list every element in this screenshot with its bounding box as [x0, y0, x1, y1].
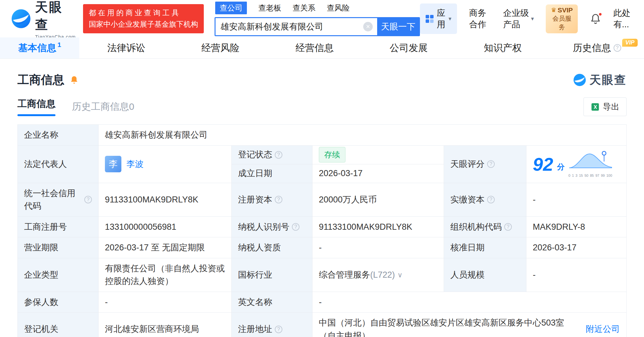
- industry-cell[interactable]: 综合管理服务 (L722) ∨: [312, 258, 444, 292]
- enterprise-products-label: 企业级产品: [503, 7, 529, 30]
- field-label: 天眼评分 ?: [444, 146, 526, 183]
- field-label: 核准日期: [444, 237, 526, 258]
- field-label: 纳税人资质: [232, 237, 312, 258]
- promo-badge: 都在用的商业查询工具 国家中小企业发展子基金旗下机构: [83, 4, 204, 33]
- business-term-value: 2026-03-17 至 无固定期限: [99, 237, 232, 258]
- org-code-label: 组织机构代码: [450, 221, 502, 234]
- field-label: 登记机关: [18, 313, 99, 337]
- logo-title: 天眼查: [35, 0, 76, 33]
- subtabs: 工商信息 历史工商信息0 导出: [17, 97, 627, 116]
- table-row: 统一社会信用代码 ? 91133100MAK9DRLY8K 注册资本 ? 200…: [18, 183, 627, 217]
- field-label: 组织机构代码 ?: [444, 217, 526, 238]
- help-icon[interactable]: ?: [487, 160, 495, 168]
- tab-history-info[interactable]: VIP 历史信息 ?: [550, 37, 644, 58]
- taxpayer-id-label: 纳税人识别号: [238, 221, 289, 234]
- svip-sublabel: 会员服务: [551, 14, 573, 31]
- export-button[interactable]: 导出: [583, 97, 627, 116]
- help-icon[interactable]: ?: [275, 196, 282, 203]
- reg-authority-value: 河北雄安新区营商环境局: [99, 313, 232, 337]
- score-cell: 92 分 01 315 5085 9799 100: [526, 146, 627, 183]
- tab-intellectual-property[interactable]: 知识产权: [456, 37, 550, 58]
- field-label: 注册地址 ?: [232, 313, 312, 337]
- user-menu[interactable]: 此处有...: [613, 7, 634, 30]
- field-label: 国标行业: [232, 258, 312, 292]
- help-icon[interactable]: ?: [487, 196, 495, 203]
- tab-company-development[interactable]: 公司发展: [362, 37, 456, 58]
- score-unit: 分: [557, 161, 565, 173]
- watermark-text: 天眼查: [589, 72, 627, 88]
- approval-date-value: 2026-03-17: [526, 237, 627, 258]
- search-area: 查公司 查老板 查关系 查风险 × 天眼一下: [215, 2, 420, 36]
- tab-basic-info[interactable]: 基本信息 1: [0, 37, 79, 58]
- help-icon[interactable]: ?: [504, 223, 512, 231]
- search-input[interactable]: [216, 18, 363, 35]
- status-badge: 存续: [319, 147, 345, 163]
- search-tab-risk[interactable]: 查风险: [327, 3, 350, 13]
- active-underline: [17, 114, 55, 116]
- field-label: 成立日期: [232, 164, 312, 183]
- avatar: 李: [105, 156, 121, 172]
- taxpayer-quality-value: -: [312, 237, 444, 258]
- reg-address-value: 中国（河北）自由贸易试验区雄安片区雄安高新区服务中心503室（自主申报）: [319, 316, 568, 337]
- industry-code: (L722): [370, 268, 395, 281]
- staff-size-value: -: [526, 258, 627, 292]
- table-row: 参保人数 - 英文名称 -: [18, 292, 627, 313]
- field-label: 工商注册号: [18, 217, 99, 238]
- table-row: 法定代表人 李 李波 登记状态 ? 存续 天眼评分 ? 92 分: [18, 146, 627, 183]
- help-icon[interactable]: ?: [292, 223, 299, 231]
- main-content: 工商信息 天眼查 工商信息 历史工商信息0 导出: [0, 72, 644, 337]
- tianyancha-logo-icon: [11, 8, 31, 29]
- paid-capital-value: -: [526, 183, 627, 217]
- search-button[interactable]: 天眼一下: [377, 18, 419, 35]
- field-label: 参保人数: [18, 292, 99, 313]
- reg-capital-label: 注册资本: [238, 193, 272, 206]
- help-icon[interactable]: ?: [275, 151, 282, 159]
- company-nav-tabs: 基本信息 1 法律诉讼 经营风险 经营信息 公司发展 知识产权 VIP 历史信息…: [0, 37, 644, 59]
- field-label: 企业名称: [18, 125, 99, 146]
- clear-search-icon[interactable]: ×: [363, 22, 373, 31]
- biz-cooperation-link[interactable]: 商务合作: [469, 7, 491, 30]
- legal-rep-link[interactable]: 李波: [126, 158, 144, 171]
- crown-icon: ♛: [551, 6, 556, 14]
- field-label: 统一社会信用代码 ?: [18, 183, 99, 217]
- field-label: 营业期限: [18, 237, 99, 258]
- est-date-value: 2026-03-17: [312, 164, 444, 183]
- section-title: 工商信息: [17, 72, 64, 88]
- apps-label: 应用: [437, 7, 445, 30]
- svip-badge[interactable]: ♛ SVIP 会员服务: [546, 4, 578, 33]
- notification-dot: [598, 12, 602, 16]
- search-tab-company[interactable]: 查公司: [215, 2, 247, 14]
- field-label: 企业类型: [18, 258, 99, 292]
- enterprise-products-link[interactable]: 企业级产品 ▾: [503, 7, 534, 30]
- tab-legal-litigation[interactable]: 法律诉讼: [79, 37, 173, 58]
- field-label: 人员规模: [444, 258, 526, 292]
- field-label: 实缴资本 ?: [444, 183, 526, 217]
- apps-button[interactable]: 应用 ▾: [420, 3, 457, 34]
- search-tab-boss[interactable]: 查老板: [258, 3, 281, 13]
- subtab-business-info[interactable]: 工商信息: [17, 97, 55, 116]
- subscribe-bell-icon[interactable]: [69, 75, 79, 85]
- table-row: 登记机关 河北雄安新区营商环境局 注册地址 ? 中国（河北）自由贸易试验区雄安片…: [18, 313, 627, 337]
- search-tab-relation[interactable]: 查关系: [293, 3, 315, 13]
- tab-operation-info[interactable]: 经营信息: [267, 37, 362, 58]
- help-icon[interactable]: ?: [275, 326, 282, 333]
- field-label: 纳税人识别号 ?: [232, 217, 312, 238]
- paid-capital-label: 实缴资本: [450, 193, 485, 206]
- notification-bell-icon[interactable]: [590, 13, 601, 24]
- tab-operation-risk[interactable]: 经营风险: [173, 37, 267, 58]
- business-info-table: 企业名称 雄安高新科创发展有限公司 法定代表人 李 李波 登记状态 ? 存续 天…: [17, 124, 627, 337]
- credit-code-value: 91133100MAK9DRLY8K: [99, 183, 232, 217]
- excel-icon: [591, 102, 600, 111]
- watermark-logo-icon: [573, 73, 586, 87]
- svip-label: SVIP: [557, 6, 573, 14]
- chevron-down-icon: ▾: [448, 15, 451, 22]
- subtab-history-business-info[interactable]: 历史工商信息0: [72, 100, 134, 113]
- score-axis: 01 315 5085 9799 100: [569, 173, 612, 178]
- nearby-companies-link[interactable]: 附近公司: [586, 323, 620, 336]
- chevron-down-icon[interactable]: ∨: [397, 270, 402, 280]
- help-icon[interactable]: ?: [84, 196, 92, 203]
- export-label: 导出: [603, 101, 619, 112]
- score-distribution-chart: 01 315 5085 9799 100: [569, 150, 612, 178]
- tianyancha-logo[interactable]: 天眼查 TianYanCha.com: [11, 0, 76, 39]
- help-icon[interactable]: ?: [614, 44, 621, 52]
